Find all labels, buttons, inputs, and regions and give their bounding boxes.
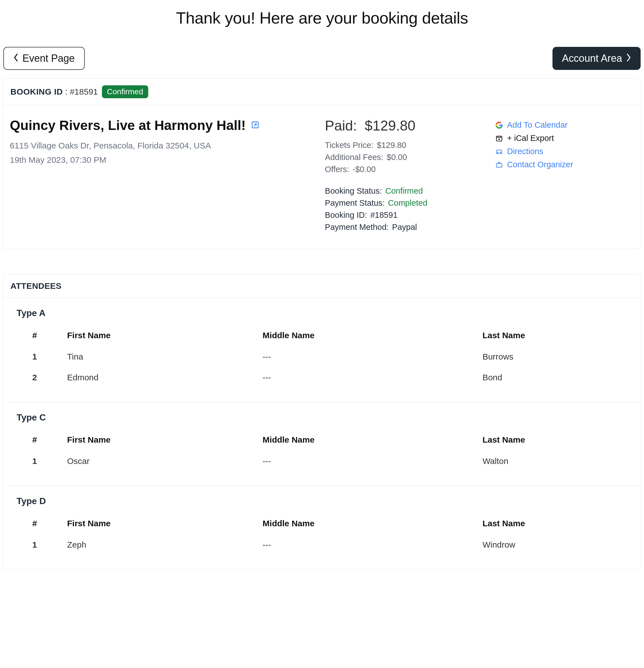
cell-num: 1 <box>17 451 64 472</box>
cell-first: Tina <box>64 346 260 367</box>
col-num: # <box>17 431 64 451</box>
cell-last: Bond <box>480 367 627 388</box>
cell-first: Oscar <box>64 451 260 472</box>
status-value: Paypal <box>392 223 417 232</box>
ical-export-label: + iCal Export <box>507 134 554 143</box>
col-num: # <box>17 515 64 534</box>
cell-last: Walton <box>480 451 627 472</box>
col-last: Last Name <box>480 327 627 346</box>
booking-id-value: #18591 <box>70 87 98 96</box>
price-key: Additional Fees: <box>325 153 383 162</box>
col-first: First Name <box>64 431 260 451</box>
status-badge: Confirmed <box>102 85 148 98</box>
attendee-group: Type A#First NameMiddle NameLast Name1Ti… <box>3 298 641 402</box>
event-info-column: Quincy Rivers, Live at Harmony Hall! 611… <box>10 118 314 234</box>
price-value: $0.00 <box>387 153 407 162</box>
event-address: 6115 Village Oaks Dr, Pensacola, Florida… <box>10 139 314 152</box>
attendee-table: #First NameMiddle NameLast Name1Oscar---… <box>17 431 627 472</box>
booking-card-header: BOOKING ID : #18591 Confirmed <box>3 79 641 105</box>
table-header-row: #First NameMiddle NameLast Name <box>17 327 627 346</box>
svg-point-3 <box>500 152 501 153</box>
group-title: Type D <box>17 496 627 506</box>
cell-middle: --- <box>260 367 479 388</box>
cell-middle: --- <box>260 346 479 367</box>
directions-label: Directions <box>507 147 543 156</box>
table-row: 2Edmond---Bond <box>17 367 627 388</box>
price-key: Tickets Price: <box>325 141 373 150</box>
cell-first: Zeph <box>64 534 260 555</box>
paid-amount: $129.80 <box>365 118 416 134</box>
table-header-row: #First NameMiddle NameLast Name <box>17 515 627 534</box>
price-key: Offers: <box>325 165 349 174</box>
attendees-card: ATTENDEES Type A#First NameMiddle NameLa… <box>3 274 641 570</box>
table-header-row: #First NameMiddle NameLast Name <box>17 431 627 451</box>
ical-export-link[interactable]: + iCal Export <box>495 134 634 143</box>
status-value: Confirmed <box>385 186 423 196</box>
account-area-button[interactable]: Account Area <box>553 47 641 70</box>
status-row: Booking ID:#18591 <box>325 211 484 220</box>
cell-middle: --- <box>260 451 479 472</box>
group-title: Type C <box>17 412 627 423</box>
event-page-button[interactable]: Event Page <box>3 47 85 70</box>
page-title: Thank you! Here are your booking details <box>3 9 641 27</box>
col-first: First Name <box>64 327 260 346</box>
table-row: 1Tina---Burrows <box>17 346 627 367</box>
status-value: #18591 <box>370 211 398 220</box>
add-to-calendar-link[interactable]: Add To Calendar <box>495 120 634 130</box>
status-breakdown: Booking Status:ConfirmedPayment Status:C… <box>325 186 484 232</box>
event-page-label: Event Page <box>23 52 75 64</box>
external-link-icon[interactable] <box>251 120 260 130</box>
svg-rect-4 <box>496 163 502 167</box>
attendees-title: ATTENDEES <box>3 274 641 298</box>
cell-num: 1 <box>17 534 64 555</box>
contact-organizer-link[interactable]: Contact Organizer <box>495 160 634 169</box>
status-row: Booking Status:Confirmed <box>325 186 484 196</box>
col-last: Last Name <box>480 515 627 534</box>
attendee-table: #First NameMiddle NameLast Name1Tina---B… <box>17 327 627 388</box>
booking-card: BOOKING ID : #18591 Confirmed Quincy Riv… <box>3 78 641 249</box>
price-row: Offers:-$0.00 <box>325 165 484 174</box>
price-row: Tickets Price:$129.80 <box>325 141 484 150</box>
booking-details-body: Quincy Rivers, Live at Harmony Hall! 611… <box>3 105 641 249</box>
status-value: Completed <box>388 198 427 208</box>
attendee-groups: Type A#First NameMiddle NameLast Name1Ti… <box>3 298 641 569</box>
col-last: Last Name <box>480 431 627 451</box>
cell-first: Edmond <box>64 367 260 388</box>
attendee-table: #First NameMiddle NameLast Name1Zeph---W… <box>17 515 627 555</box>
col-middle: Middle Name <box>260 515 479 534</box>
add-to-calendar-label: Add To Calendar <box>507 120 568 130</box>
col-middle: Middle Name <box>260 431 479 451</box>
cell-last: Burrows <box>480 346 627 367</box>
booking-id-row: BOOKING ID : #18591 <box>10 87 98 96</box>
briefcase-icon <box>495 161 503 169</box>
actions-column: Add To Calendar + iCal Export <box>495 118 634 234</box>
attendee-group: Type D#First NameMiddle NameLast Name1Ze… <box>3 486 641 569</box>
table-row: 1Zeph---Windrow <box>17 534 627 555</box>
status-key: Payment Status: <box>325 198 385 208</box>
chevron-left-icon <box>14 53 18 64</box>
price-value: $129.80 <box>377 141 406 150</box>
price-value: -$0.00 <box>353 165 376 174</box>
status-key: Booking ID: <box>325 211 367 219</box>
status-row: Payment Status:Completed <box>325 198 484 208</box>
event-title: Quincy Rivers, Live at Harmony Hall! <box>10 118 246 133</box>
cell-num: 2 <box>17 367 64 388</box>
directions-link[interactable]: Directions <box>495 147 634 156</box>
col-first: First Name <box>64 515 260 534</box>
car-icon <box>495 148 503 155</box>
account-area-label: Account Area <box>562 52 622 64</box>
price-breakdown: Tickets Price:$129.80Additional Fees:$0.… <box>325 141 484 174</box>
group-title: Type A <box>17 308 627 318</box>
chevron-right-icon <box>626 53 631 64</box>
col-num: # <box>17 327 64 346</box>
paid-label: Paid: <box>325 118 357 134</box>
calendar-icon <box>495 134 503 142</box>
cell-last: Windrow <box>480 534 627 555</box>
attendee-group: Type C#First NameMiddle NameLast Name1Os… <box>3 402 641 486</box>
payment-column: Paid: $129.80 Tickets Price:$129.80Addit… <box>325 118 484 234</box>
paid-line: Paid: $129.80 <box>325 118 484 134</box>
price-row: Additional Fees:$0.00 <box>325 153 484 162</box>
status-key: Payment Method: <box>325 223 389 231</box>
svg-point-2 <box>497 152 498 153</box>
status-row: Payment Method:Paypal <box>325 223 484 232</box>
